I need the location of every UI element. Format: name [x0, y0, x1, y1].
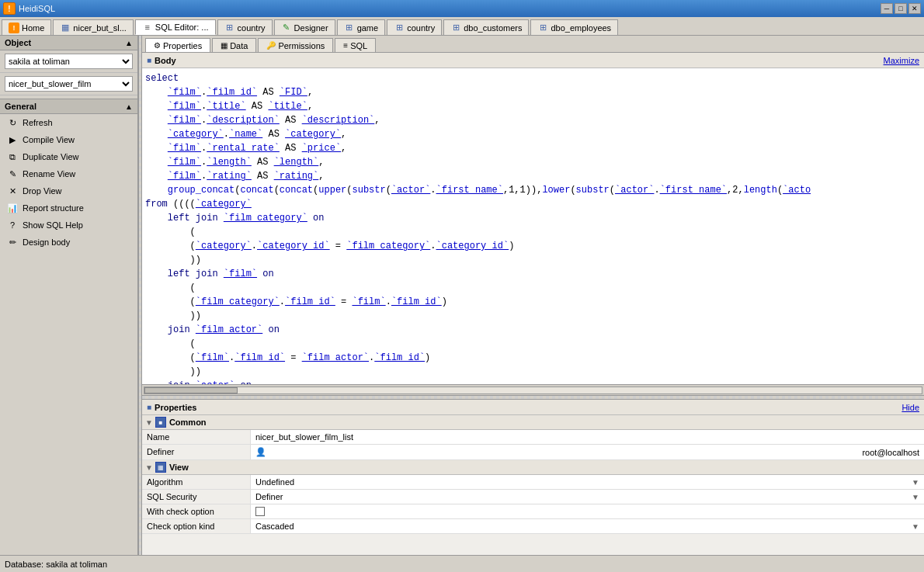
properties-panel: ■ Properties Hide ▼ ■ Common Name nicer_… [142, 400, 924, 555]
sidebar-item-rename_view[interactable]: ✎Rename View [0, 165, 137, 182]
prop-value-cell-definer: 👤root@localhost [251, 445, 924, 459]
inner-tab-icon-sql: ≡ [343, 41, 348, 50]
tab-country1[interactable]: ⊞country [217, 19, 273, 35]
sidebar-item-design_body[interactable]: ✏Design body [0, 234, 137, 251]
menu-icon-report_structure: 📊 [6, 202, 19, 214]
tab-label-dbo_customers: dbo_customers [464, 23, 522, 33]
tab-icon-dbo_employees: ⊞ [537, 23, 548, 33]
inner-tab-permissions[interactable]: 🔑Permissions [258, 38, 333, 52]
body-header: ■ Body Maximize [142, 53, 924, 68]
minimize-button[interactable]: ─ [881, 3, 893, 14]
inner-tab-icon-permissions: 🔑 [266, 41, 276, 50]
prop-row-check-option-kind: Check option kind Cascaded▼ [142, 519, 924, 534]
prop-value-cell-name: nicer_but_slower_film_list [251, 430, 924, 444]
hide-link[interactable]: Hide [901, 403, 919, 412]
body-title-text: Body [155, 56, 176, 65]
prop-value-sql-security: Definer [255, 492, 283, 501]
prop-dropdown-check-option-kind[interactable]: ▼ [912, 522, 919, 531]
code-editor[interactable]: select `film`.`film_id` AS `FID`, `film`… [142, 68, 924, 384]
prop-section-view[interactable]: ▼ ▦ View [142, 460, 924, 475]
prop-row-algorithm: Algorithm Undefined▼ [142, 475, 924, 490]
menu-icon-drop_view: ✕ [6, 185, 19, 197]
tab-icon-home: ! [9, 23, 19, 33]
close-button[interactable]: ✕ [908, 3, 921, 14]
title-bar: ! HeidiSQL ─ □ ✕ [0, 0, 924, 17]
object-collapse-btn[interactable]: ▲ [125, 39, 133, 47]
tab-dbo_customers[interactable]: ⊞dbo_customers [443, 19, 529, 35]
sidebar-menu: ↻Refresh▶Compile View⧉Duplicate View✎Ren… [0, 114, 137, 251]
menu-label-drop_view: Drop View [23, 186, 62, 196]
tab-icon-dbo_customers: ⊞ [450, 23, 461, 33]
section-toggle-common[interactable]: ▼ [145, 418, 153, 427]
menu-label-duplicate_view: Duplicate View [23, 152, 79, 161]
title-bar-text: HeidiSQL [19, 4, 879, 13]
tab-label-designer: Designer [294, 23, 328, 33]
prop-value-name: nicer_but_slower_film_list [255, 432, 353, 442]
inner-tab-sql[interactable]: ≡SQL [335, 38, 376, 52]
tab-nicer_but_sl[interactable]: ▦nicer_but_sl... [53, 19, 133, 35]
inner-tab-label-properties: Properties [163, 41, 202, 50]
prop-value-definer: root@localhost [862, 448, 919, 457]
tab-designer[interactable]: ✎Designer [274, 19, 335, 35]
sidebar-item-compile_view[interactable]: ▶Compile View [0, 131, 137, 148]
sidebar-item-refresh[interactable]: ↻Refresh [0, 114, 137, 131]
prop-value-cell-with-check-option[interactable] [251, 504, 924, 518]
prop-row-definer: Definer 👤root@localhost [142, 445, 924, 460]
menu-label-compile_view: Compile View [23, 135, 75, 144]
prop-label-sql-security: SQL Security [142, 490, 251, 504]
sidebar-item-duplicate_view[interactable]: ⧉Duplicate View [0, 148, 137, 165]
inner-tab-label-sql: SQL [350, 41, 367, 50]
tab-icon-designer: ✎ [281, 23, 292, 33]
object-dropdown[interactable]: nicer_but_slower_film [5, 76, 133, 92]
inner-tab-data[interactable]: ▦Data [212, 38, 256, 52]
section-toggle-view[interactable]: ▼ [145, 463, 153, 472]
tab-icon-game: ⊞ [344, 23, 355, 33]
tab-icon-country1: ⊞ [224, 23, 235, 33]
section-icon-view: ▦ [155, 462, 166, 473]
maximize-button[interactable]: □ [894, 3, 907, 14]
general-section-label: General [5, 102, 36, 111]
general-collapse-btn[interactable]: ▲ [125, 102, 133, 111]
prop-dropdown-algorithm[interactable]: ▼ [912, 478, 919, 487]
properties-title-text: Properties [155, 403, 196, 412]
tab-home[interactable]: !Home [2, 19, 51, 35]
menu-label-design_body: Design body [23, 237, 70, 247]
object-section-label: Object [5, 38, 31, 47]
definer-icon: 👤 [255, 447, 266, 457]
prop-checkbox-with-check-option[interactable] [255, 507, 265, 516]
menu-label-report_structure: Report structure [23, 203, 84, 213]
prop-value-cell-sql-security[interactable]: Definer▼ [251, 490, 924, 504]
scrollbar-thumb[interactable] [144, 387, 238, 393]
body-icon: ■ [147, 56, 151, 64]
horizontal-scrollbar[interactable] [142, 384, 924, 395]
app-icon: ! [3, 2, 16, 15]
prop-value-cell-check-option-kind[interactable]: Cascaded▼ [251, 519, 924, 533]
menu-label-refresh: Refresh [23, 118, 53, 127]
maximize-link[interactable]: Maximize [884, 56, 919, 65]
main-tab-bar: !Home▦nicer_but_sl...≡SQL Editor: ...⊞co… [0, 17, 924, 36]
prop-dropdown-sql-security[interactable]: ▼ [912, 493, 919, 501]
inner-tab-icon-properties: ⚙ [154, 41, 161, 50]
prop-label-check-option-kind: Check option kind [142, 519, 251, 533]
tab-game[interactable]: ⊞game [337, 19, 386, 35]
object-section-header: Object ▲ [0, 36, 137, 50]
checkbox-control[interactable] [255, 507, 265, 516]
body-title: ■ Body [147, 56, 176, 65]
tab-icon-country2: ⊞ [394, 23, 405, 33]
prop-value-algorithm: Undefined [255, 477, 294, 487]
prop-section-common[interactable]: ▼ ■ Common [142, 415, 924, 430]
sidebar-item-show_sql_help[interactable]: ?Show SQL Help [0, 217, 137, 234]
prop-row-name: Name nicer_but_slower_film_list [142, 430, 924, 445]
prop-label-algorithm: Algorithm [142, 475, 251, 489]
sidebar-item-drop_view[interactable]: ✕Drop View [0, 182, 137, 199]
tab-label-country2: country [407, 23, 435, 33]
prop-value-cell-algorithm[interactable]: Undefined▼ [251, 475, 924, 489]
tab-dbo_employees[interactable]: ⊞dbo_employees [530, 19, 618, 35]
sidebar-item-report_structure[interactable]: 📊Report structure [0, 199, 137, 217]
tab-sql_editor[interactable]: ≡SQL Editor: ... [135, 19, 216, 35]
properties-header: ■ Properties Hide [142, 400, 924, 415]
database-dropdown[interactable]: sakila at toliman [5, 54, 133, 69]
properties-title: ■ Properties [147, 403, 196, 412]
tab-country2[interactable]: ⊞country [387, 19, 442, 35]
inner-tab-properties[interactable]: ⚙Properties [145, 38, 210, 52]
